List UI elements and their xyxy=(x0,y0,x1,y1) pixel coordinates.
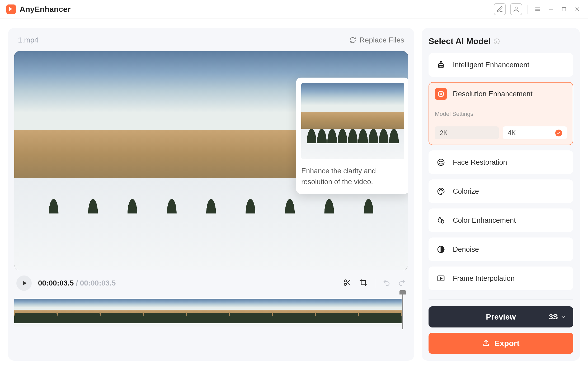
check-icon xyxy=(555,130,562,136)
edit-icon-button[interactable] xyxy=(494,3,506,15)
model-intelligent-enhancement[interactable]: Intelligent Enhancement xyxy=(429,53,573,77)
model-color-enhancement[interactable]: Color Enhancement xyxy=(429,208,573,232)
palette-icon xyxy=(435,185,447,197)
model-denoise[interactable]: Denoise xyxy=(429,237,573,261)
video-preview[interactable]: Enhance the clarity and resolution of th… xyxy=(14,51,408,270)
svg-rect-5 xyxy=(562,7,566,11)
svg-point-22 xyxy=(439,190,440,191)
model-tooltip: Enhance the clarity and resolution of th… xyxy=(296,78,408,194)
svg-point-17 xyxy=(438,91,444,97)
undo-button[interactable] xyxy=(383,279,391,288)
svg-point-13 xyxy=(439,65,440,66)
crop-icon xyxy=(359,278,368,287)
svg-point-20 xyxy=(440,161,440,162)
minimize-icon[interactable] xyxy=(546,5,555,14)
svg-point-8 xyxy=(344,280,346,282)
play-icon xyxy=(21,280,28,286)
model-colorize[interactable]: Colorize xyxy=(429,179,573,203)
resolution-option-2k[interactable]: 2K xyxy=(435,126,499,139)
film-play-icon xyxy=(435,272,447,284)
svg-point-24 xyxy=(442,190,443,191)
target-icon xyxy=(435,88,447,100)
svg-point-23 xyxy=(440,189,441,190)
redo-icon xyxy=(398,279,406,287)
droplets-icon xyxy=(435,214,447,226)
export-button[interactable]: Export xyxy=(429,333,573,354)
model-panel-title: Select AI Model i xyxy=(429,36,573,46)
playback-controls: 00:00:03.5 / 00:00:03.5 xyxy=(14,275,408,291)
crop-button[interactable] xyxy=(359,278,368,288)
cut-button[interactable] xyxy=(343,278,352,288)
preview-button[interactable]: Preview 3S xyxy=(429,306,573,327)
app-logo-icon xyxy=(6,4,16,14)
robot-icon xyxy=(435,59,447,71)
time-separator: / xyxy=(74,279,80,287)
refresh-icon xyxy=(349,37,356,44)
model-frame-interpolation[interactable]: Frame Interpolation xyxy=(429,267,573,290)
svg-point-0 xyxy=(515,7,518,9)
replace-files-label: Replace Files xyxy=(359,36,404,44)
close-icon[interactable] xyxy=(573,5,582,14)
tooltip-text: Enhance the clarity and resolution of th… xyxy=(301,166,404,187)
svg-point-18 xyxy=(440,93,442,95)
play-button[interactable] xyxy=(16,275,32,291)
model-face-restoration[interactable]: Face Restoration xyxy=(429,150,573,174)
scissors-icon xyxy=(343,278,352,287)
svg-point-9 xyxy=(344,283,346,286)
controls-divider xyxy=(375,279,375,288)
tooltip-thumbnail xyxy=(301,83,404,159)
file-name: 1.mp4 xyxy=(18,36,39,44)
maximize-icon[interactable] xyxy=(559,5,568,14)
current-time: 00:00:03.5 xyxy=(38,279,74,287)
titlebar: AnyEnhancer xyxy=(0,0,588,18)
model-resolution-enhancement[interactable]: Resolution Enhancement Model Settings 2K… xyxy=(429,82,573,145)
preview-duration-dropdown[interactable]: 3S xyxy=(549,313,566,321)
redo-button[interactable] xyxy=(398,279,406,288)
contrast-icon xyxy=(435,243,447,255)
panel-divider xyxy=(429,299,573,300)
account-icon-button[interactable] xyxy=(510,3,522,15)
model-panel: Select AI Model i Intelligent Enhancemen… xyxy=(422,28,580,361)
total-time: 00:00:03.5 xyxy=(80,279,116,287)
chevron-down-icon xyxy=(561,314,566,320)
info-icon[interactable]: i xyxy=(494,39,500,44)
editor-panel: 1.mp4 Replace Files Enhance the clarity … xyxy=(8,28,414,361)
app-title: AnyEnhancer xyxy=(20,5,70,14)
svg-point-14 xyxy=(441,65,443,66)
face-icon xyxy=(435,156,447,168)
undo-icon xyxy=(383,279,391,287)
playhead[interactable] xyxy=(402,292,403,329)
brand: AnyEnhancer xyxy=(6,4,70,14)
replace-files-button[interactable]: Replace Files xyxy=(349,36,404,44)
svg-point-19 xyxy=(438,159,444,165)
resolution-option-4k[interactable]: 4K xyxy=(503,126,567,139)
export-icon xyxy=(482,339,490,347)
model-settings-label: Model Settings xyxy=(435,111,567,117)
svg-point-21 xyxy=(442,161,443,162)
titlebar-divider xyxy=(528,5,528,14)
menu-icon[interactable] xyxy=(533,5,542,14)
timeline[interactable] xyxy=(14,299,408,327)
